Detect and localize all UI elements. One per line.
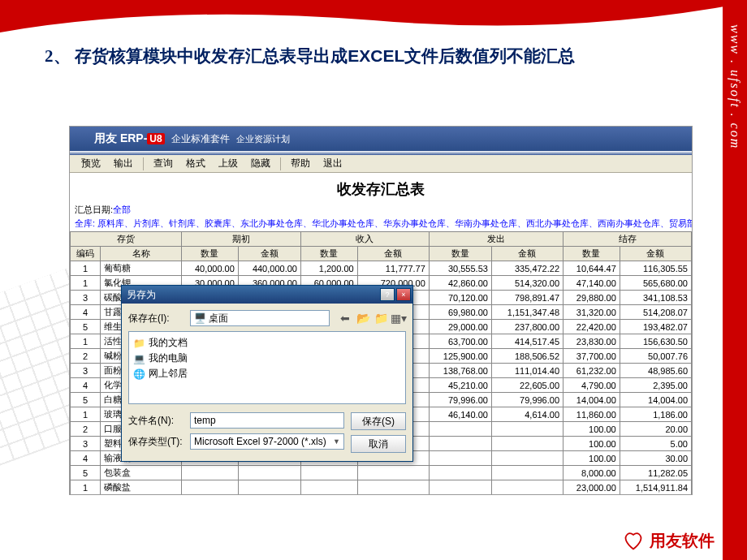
dialog-titlebar[interactable]: 另存为 ? × bbox=[122, 286, 412, 304]
warehouse-list: 全库: 原料库、片剂库、针剂库、胶囊库、东北办事处仓库、华北办事处仓库、华东办事… bbox=[70, 218, 692, 231]
filename-input[interactable] bbox=[190, 412, 344, 429]
column-header: 金额 bbox=[357, 247, 429, 261]
menu-item[interactable]: 隐藏 bbox=[246, 157, 275, 170]
decorative-top-curve bbox=[0, 0, 747, 49]
erp-logo: 用友 ERP-U8 bbox=[94, 131, 165, 146]
filename-label: 文件名(N): bbox=[128, 414, 185, 428]
column-group-header: 发出 bbox=[429, 232, 563, 247]
view-menu-icon[interactable]: ▦▾ bbox=[391, 311, 406, 325]
save-button[interactable]: 保存(S) bbox=[351, 412, 406, 430]
close-icon[interactable]: × bbox=[396, 288, 411, 301]
folder-icon: 📁 bbox=[132, 337, 145, 350]
desktop-icon: 🖥️ bbox=[194, 312, 206, 324]
slide-title: 2、 存货核算模块中收发存汇总表导出成EXCEL文件后数值列不能汇总 bbox=[45, 45, 575, 67]
column-header: 名称 bbox=[101, 247, 182, 261]
column-group-header: 收入 bbox=[300, 232, 429, 247]
menu-item[interactable]: 输出 bbox=[109, 157, 138, 170]
save-in-dropdown[interactable]: 🖥️ 桌面 bbox=[190, 310, 330, 326]
filetype-dropdown[interactable]: Microsoft Excel 97-2000 (*.xls) bbox=[190, 433, 344, 450]
folder-icon: 💻 bbox=[132, 352, 145, 365]
sidebar-url: www . ufsoft . com bbox=[728, 24, 742, 149]
column-group-header: 结存 bbox=[563, 232, 692, 247]
save-as-dialog: 另存为 ? × 保存在(I): 🖥️ 桌面 ⬅ 📂 📁 ▦▾ 📁我的文档💻我的电… bbox=[121, 285, 413, 462]
column-group-header: 期初 bbox=[182, 232, 301, 247]
table-row[interactable]: 1葡萄糖40,000.00440,000.001,200.0011,777.77… bbox=[71, 261, 692, 276]
table-row[interactable]: 5包装盒8,000.0011,282.05 bbox=[71, 466, 692, 480]
table-row[interactable]: 2盐酸盐45,000.00270,000.0012,620.00292,149.… bbox=[71, 495, 692, 496]
column-header: 金额 bbox=[620, 247, 691, 261]
back-icon[interactable]: ⬅ bbox=[338, 311, 352, 325]
sidebar-brand-strip: www . ufsoft . com bbox=[723, 0, 747, 560]
column-header: 金额 bbox=[238, 247, 300, 261]
column-header: 编码 bbox=[71, 247, 101, 261]
column-header: 数量 bbox=[563, 247, 620, 261]
menu-item[interactable]: 格式 bbox=[181, 157, 210, 170]
table-row[interactable]: 1磷酸盐23,000.001,514,911.84 bbox=[71, 480, 692, 495]
help-icon[interactable]: ? bbox=[380, 288, 395, 301]
erp-window: 用友 ERP-U8 企业标准套件 企业资源计划 预览输出查询格式上级隐藏帮助退出… bbox=[69, 126, 693, 495]
column-header: 数量 bbox=[300, 247, 357, 261]
erp-header: 用友 ERP-U8 企业标准套件 企业资源计划 bbox=[70, 127, 692, 151]
cancel-button[interactable]: 取消 bbox=[351, 435, 406, 453]
list-item[interactable]: 🌐网上邻居 bbox=[132, 366, 402, 381]
column-group-header: 存货 bbox=[71, 232, 182, 247]
menubar: 预览输出查询格式上级隐藏帮助退出 bbox=[70, 155, 692, 173]
menu-item[interactable]: 上级 bbox=[214, 157, 243, 170]
menu-item[interactable]: 退出 bbox=[318, 157, 348, 170]
save-in-label: 保存在(I): bbox=[128, 312, 185, 325]
list-item[interactable]: 💻我的电脑 bbox=[132, 351, 402, 366]
list-item[interactable]: 📁我的文档 bbox=[132, 335, 402, 351]
footer-brand: 用友软件 bbox=[622, 529, 715, 552]
new-folder-icon[interactable]: 📁 bbox=[374, 311, 388, 325]
report-title: 收发存汇总表 bbox=[70, 173, 692, 202]
heart-icon bbox=[622, 529, 645, 552]
up-icon[interactable]: 📂 bbox=[356, 311, 370, 325]
menu-item[interactable]: 预览 bbox=[76, 157, 106, 170]
column-header: 数量 bbox=[182, 247, 239, 261]
file-list[interactable]: 📁我的文档💻我的电脑🌐网上邻居 bbox=[128, 331, 406, 404]
filetype-label: 保存类型(T): bbox=[128, 435, 185, 449]
folder-icon: 🌐 bbox=[132, 368, 145, 381]
report-meta: 汇总日期:全部 bbox=[70, 202, 692, 218]
column-header: 金额 bbox=[491, 247, 563, 261]
menu-item[interactable]: 查询 bbox=[149, 157, 178, 170]
dialog-title-text: 另存为 bbox=[127, 288, 156, 302]
menu-item[interactable]: 帮助 bbox=[286, 157, 315, 170]
column-header: 数量 bbox=[429, 247, 491, 261]
